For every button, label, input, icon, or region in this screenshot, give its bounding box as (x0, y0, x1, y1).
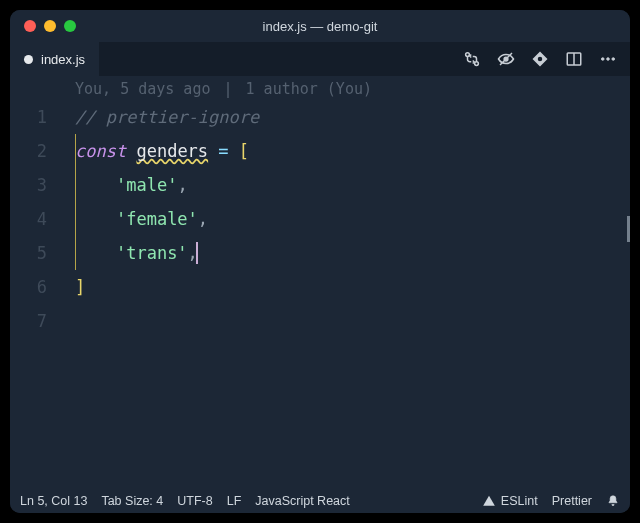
status-tab-size[interactable]: Tab Size: 4 (101, 494, 163, 508)
git-compare-icon[interactable] (458, 45, 486, 73)
status-prettier[interactable]: Prettier (552, 494, 592, 508)
code-lens[interactable]: You, 5 days ago | 1 author (You) (10, 76, 630, 100)
line-number[interactable]: 2 (10, 134, 47, 168)
code-line[interactable]: 'female', (65, 202, 630, 236)
bracket-token: ] (75, 277, 85, 297)
toggle-watch-icon[interactable] (492, 45, 520, 73)
code-line[interactable]: ] (65, 270, 630, 304)
line-number[interactable]: 5 (10, 236, 47, 270)
line-number[interactable]: 6 (10, 270, 47, 304)
line-number[interactable]: 7 (10, 304, 47, 338)
code-line[interactable]: 'trans', (65, 236, 630, 270)
code-area[interactable]: // prettier-ignore const genders = [ 'ma… (65, 100, 630, 489)
window-title: index.js — demo-git (10, 19, 630, 34)
line-number[interactable]: 3 (10, 168, 47, 202)
tab-index-js[interactable]: index.js (10, 42, 99, 76)
status-cursor-position[interactable]: Ln 5, Col 13 (20, 494, 87, 508)
punct-token: , (198, 209, 208, 229)
tab-bar: index.js (10, 42, 630, 76)
string-token: 'female' (116, 209, 198, 229)
overview-ruler-mark (627, 216, 630, 242)
code-line[interactable]: // prettier-ignore (65, 100, 630, 134)
svg-point-6 (601, 58, 604, 61)
code-line[interactable]: 'male', (65, 168, 630, 202)
svg-point-1 (475, 62, 479, 66)
string-token: 'trans' (116, 243, 188, 263)
more-actions-icon[interactable] (594, 45, 622, 73)
punct-token: , (177, 175, 187, 195)
svg-point-8 (612, 58, 615, 61)
dirty-indicator-icon (24, 55, 33, 64)
source-control-icon[interactable] (526, 45, 554, 73)
zoom-window-button[interactable] (64, 20, 76, 32)
svg-point-7 (607, 58, 610, 61)
identifier-token: genders (136, 141, 208, 161)
editor-body[interactable]: 1 2 3 4 5 6 7 // prettier-ignore const g… (10, 100, 630, 489)
breadcrumb-area (99, 42, 450, 76)
status-notifications[interactable] (606, 494, 620, 508)
editor-actions (450, 42, 630, 76)
string-token: 'male' (116, 175, 177, 195)
operator-token: = (218, 141, 228, 161)
status-language-mode[interactable]: JavaScript React (255, 494, 349, 508)
minimize-window-button[interactable] (44, 20, 56, 32)
svg-point-0 (466, 53, 470, 57)
line-number-gutter: 1 2 3 4 5 6 7 (10, 100, 65, 489)
editor-window: index.js — demo-git index.js (10, 10, 630, 513)
status-eol[interactable]: LF (227, 494, 242, 508)
status-eslint-label: ESLint (501, 494, 538, 508)
authors-count: 1 author (You) (246, 80, 372, 98)
window-controls (10, 20, 76, 32)
title-bar: index.js — demo-git (10, 10, 630, 42)
status-bar: Ln 5, Col 13 Tab Size: 4 UTF-8 LF JavaSc… (10, 489, 630, 513)
split-editor-icon[interactable] (560, 45, 588, 73)
close-window-button[interactable] (24, 20, 36, 32)
tab-label: index.js (41, 52, 85, 67)
keyword-token: const (75, 141, 126, 161)
blame-author: You, 5 days ago (75, 80, 210, 98)
comment-token: // prettier-ignore (75, 107, 259, 127)
line-number[interactable]: 4 (10, 202, 47, 236)
status-encoding[interactable]: UTF-8 (177, 494, 212, 508)
line-number[interactable]: 1 (10, 100, 47, 134)
punct-token: , (188, 243, 198, 263)
bell-icon (606, 494, 620, 508)
warning-icon (482, 494, 496, 508)
status-eslint[interactable]: ESLint (482, 494, 538, 508)
bracket-token: [ (239, 141, 249, 161)
code-line[interactable]: const genders = [ (65, 134, 630, 168)
code-line[interactable] (65, 304, 630, 338)
code-lines[interactable]: // prettier-ignore const genders = [ 'ma… (65, 100, 630, 338)
separator: | (224, 80, 233, 98)
